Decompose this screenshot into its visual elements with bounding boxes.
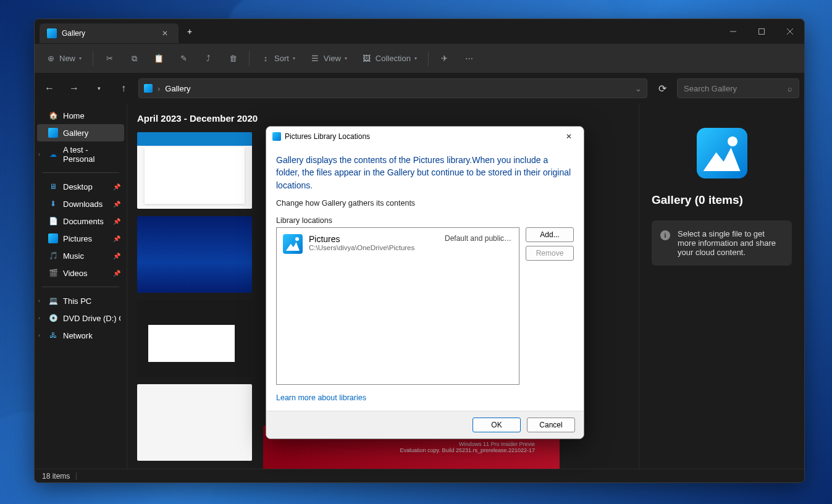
dialog-close-button[interactable]: ✕ [560, 132, 578, 141]
cloud-icon: ☁ [48, 149, 58, 159]
rename-button[interactable]: ✎ [172, 50, 195, 67]
share-button[interactable]: ⤴ [197, 50, 219, 67]
dialog-title: Pictures Library Locations [285, 132, 370, 141]
chevron-right-icon[interactable]: › [38, 315, 40, 321]
sidebar-item-music[interactable]: 🎵Music📌 [35, 247, 127, 264]
search-box[interactable]: ⌕ [677, 78, 799, 98]
sidebar-item-pictures[interactable]: Pictures📌 [35, 230, 127, 247]
send-button[interactable]: ✈ [434, 50, 456, 67]
collection-button[interactable]: 🖼Collection▾ [356, 50, 423, 67]
delete-button[interactable]: 🗑 [222, 50, 244, 67]
learn-more-link[interactable]: Learn more about libraries [276, 393, 366, 402]
send-icon: ✈ [440, 54, 450, 64]
window-controls [719, 19, 804, 44]
cancel-button[interactable]: Cancel [527, 418, 575, 432]
add-button[interactable]: Add... [526, 227, 574, 242]
gallery-icon [144, 84, 153, 93]
disc-icon: 💿 [48, 313, 58, 323]
sidebar: 🏠Home Gallery ›☁A test - Personal 🖥Deskt… [35, 103, 127, 469]
chevron-down-icon[interactable]: ⌄ [635, 84, 642, 93]
gallery-icon [47, 28, 57, 38]
cut-button[interactable]: ✂ [98, 50, 120, 67]
library-list[interactable]: Pictures C:\Users\divya\OneDrive\Picture… [276, 227, 519, 385]
minimize-button[interactable] [719, 19, 747, 44]
gallery-large-icon [697, 128, 747, 178]
thumbnail-item[interactable] [137, 300, 252, 377]
sidebar-item-network[interactable]: ›🖧Network [35, 327, 127, 344]
chevron-down-icon: ▾ [79, 56, 82, 61]
watermark-text: Windows 11 Pro Insider Previe [288, 441, 535, 447]
chevron-right-icon[interactable]: › [38, 298, 40, 304]
sidebar-item-onedrive[interactable]: ›☁A test - Personal [35, 141, 127, 167]
chevron-right-icon[interactable]: › [38, 151, 40, 158]
image-icon: 🖼 [362, 54, 372, 64]
library-locations-dialog: Pictures Library Locations ✕ Gallery dis… [266, 126, 584, 439]
more-button[interactable]: ⋯ [458, 50, 481, 67]
remove-button[interactable]: Remove [526, 246, 574, 261]
pin-icon: 📌 [113, 270, 120, 277]
svg-rect-1 [759, 29, 765, 35]
maximize-button[interactable] [747, 19, 776, 44]
thumbnail-item[interactable] [137, 132, 252, 209]
search-icon[interactable]: ⌕ [788, 84, 792, 93]
dialog-body: Gallery displays the contents of the Pic… [266, 146, 584, 411]
info-icon: i [660, 230, 670, 240]
pin-icon: 📌 [113, 235, 120, 242]
breadcrumb[interactable]: › Gallery ⌄ [138, 78, 647, 98]
tab-close-button[interactable]: ✕ [159, 29, 171, 38]
close-button[interactable] [776, 19, 804, 44]
trash-icon: 🗑 [228, 54, 238, 64]
sidebar-item-desktop[interactable]: 🖥Desktop📌 [35, 178, 127, 195]
refresh-button[interactable]: ⟳ [652, 78, 672, 98]
tab-gallery[interactable]: Gallery ✕ [40, 23, 179, 43]
sort-button[interactable]: ↕Sort▾ [254, 50, 301, 67]
paste-icon: 📋 [154, 54, 164, 64]
view-button[interactable]: ☰View▾ [304, 50, 353, 67]
sidebar-item-downloads[interactable]: ⬇Downloads📌 [35, 195, 127, 212]
ok-button[interactable]: OK [473, 418, 521, 432]
sidebar-item-home[interactable]: 🏠Home [35, 107, 127, 124]
item-count: 18 items [42, 472, 70, 481]
back-button[interactable]: ← [40, 78, 59, 98]
music-icon: 🎵 [48, 251, 58, 261]
chevron-right-icon[interactable]: › [38, 332, 40, 338]
ellipsis-icon: ⋯ [464, 54, 474, 64]
sidebar-item-dvd[interactable]: ›💿DVD Drive (D:) CCC [35, 309, 127, 327]
plus-circle-icon: ⊕ [46, 54, 56, 64]
videos-icon: 🎬 [48, 268, 58, 278]
nav-row: ← → ▾ ↑ › Gallery ⌄ ⟳ ⌕ [35, 74, 804, 103]
new-button[interactable]: ⊕New▾ [40, 50, 88, 67]
paste-button[interactable]: 📋 [148, 50, 170, 67]
cut-icon: ✂ [104, 54, 114, 64]
details-title: Gallery (0 items) [652, 193, 743, 207]
desktop-icon: 🖥 [48, 182, 58, 191]
new-tab-button[interactable]: + [179, 27, 201, 36]
copy-button[interactable]: ⧉ [123, 50, 145, 67]
search-input[interactable] [684, 84, 788, 93]
thumbnail-item[interactable] [137, 216, 252, 293]
library-item-path: C:\Users\divya\OneDrive\Pictures [309, 244, 439, 251]
titlebar: Gallery ✕ + [35, 19, 804, 44]
dialog-subtitle: Change how Gallery gathers its contents [276, 199, 574, 208]
details-info-box: i Select a single file to get more infor… [652, 220, 792, 266]
forward-button[interactable]: → [64, 78, 84, 98]
tab-title: Gallery [62, 29, 85, 38]
recent-button[interactable]: ▾ [89, 78, 109, 98]
library-item-tag: Default and public s... [445, 234, 513, 243]
pin-icon: 📌 [113, 183, 120, 190]
statusbar: 18 items [35, 469, 804, 482]
dialog-intro-text: Gallery displays the contents of the Pic… [276, 154, 574, 191]
up-button[interactable]: ↑ [114, 78, 133, 98]
thumbnail-item[interactable] [137, 384, 252, 461]
sidebar-item-gallery[interactable]: Gallery [37, 124, 124, 141]
home-icon: 🏠 [48, 111, 58, 120]
sidebar-item-documents[interactable]: 📄Documents📌 [35, 212, 127, 230]
view-icon: ☰ [310, 54, 320, 64]
library-item[interactable]: Pictures C:\Users\divya\OneDrive\Picture… [280, 232, 515, 256]
dialog-footer: OK Cancel [266, 411, 584, 439]
chevron-down-icon: ▾ [293, 56, 295, 61]
sidebar-item-videos[interactable]: 🎬Videos📌 [35, 264, 127, 282]
documents-icon: 📄 [48, 216, 58, 226]
sidebar-item-thispc[interactable]: ›💻This PC [35, 292, 127, 309]
chevron-down-icon: ▾ [345, 56, 347, 61]
